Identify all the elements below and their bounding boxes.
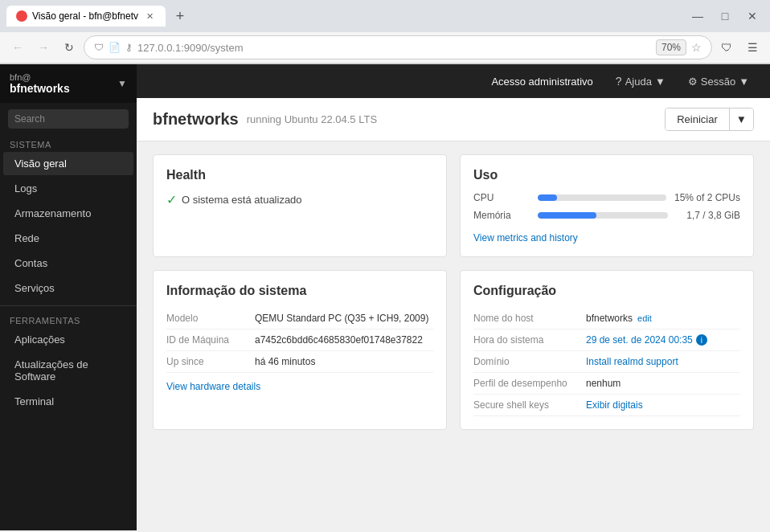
sidebar-item-servicos[interactable]: Serviços [3,276,133,300]
minimize-button[interactable]: — [686,5,709,27]
sidebar-item-armazenamento[interactable]: Armazenamento [3,202,133,225]
memoria-bar [538,212,596,219]
admin-access-button[interactable]: Acesso administrativo [483,71,600,92]
config-value-profile: nenhum [586,378,621,389]
sidebar-item-terminal[interactable]: Terminal [3,390,133,413]
config-value-domain[interactable]: Install realmd support [586,356,678,367]
browser-tab[interactable]: Visão geral - bfn@bfnetv ✕ [6,6,166,27]
config-value-hostname: bfnetworks [586,313,633,324]
sidebar-username: bfn@ [10,72,70,82]
browser-titlebar: Visão geral - bfn@bfnetv ✕ + — □ ✕ [0,0,770,32]
info-value-id: a7452c6bdd6c4685830ef01748e37822 [255,334,433,346]
health-card-title: Health [166,168,433,182]
key-icon: ⚷ [125,42,133,53]
config-card-title: Configuração [473,284,740,298]
config-value-time[interactable]: 29 de set. de 2024 00:35 [586,334,693,346]
topbar: Acesso administrativo ? Ajuda ▼ ⚙ Sessão… [137,64,770,98]
config-row-domain: Domínio Install realmd support [473,351,740,373]
sidebar-search [0,103,137,135]
info-row-modelo: Modelo QEMU Standard PC (Q35 + ICH9, 200… [166,308,433,329]
info-value-uptime: há 46 minutos [255,356,433,367]
gear-icon: ⚙ [688,76,698,88]
sidebar-logo[interactable]: bfn@ bfnetworks ▼ [0,64,137,103]
config-row-profile: Perfil de desempenho nenhum [473,373,740,395]
forward-button[interactable]: → [32,36,55,59]
page-header: bfnetworks running Ubuntu 22.04.5 LTS Re… [137,98,770,141]
cpu-row: CPU 15% of 2 CPUs [473,192,740,203]
session-button[interactable]: ⚙ Sessão ▼ [680,71,757,92]
config-label-time: Hora do sistema [473,334,586,346]
shield-nav-button[interactable]: 🛡 [715,36,738,59]
config-label-ssh: Secure shell keys [473,399,586,411]
cards-row-1: Health ✓ O sistema está atualizado Uso C… [153,154,754,257]
restart-dropdown-button[interactable]: ▼ [729,108,753,130]
sidebar-item-atualizacoes[interactable]: Atualizações de Software [3,353,133,388]
config-row-time: Hora do sistema 29 de set. de 2024 00:35… [473,329,740,351]
cpu-label: CPU [473,192,530,203]
session-chevron-icon: ▼ [739,76,749,88]
config-row-ssh: Secure shell keys Exibir digitais [473,395,740,416]
search-input[interactable] [8,109,129,129]
health-status: ✓ O sistema está atualizado [166,192,433,207]
menu-button[interactable]: ☰ [741,36,764,59]
url-display: 127.0.0.1:9090/system [137,42,244,54]
tab-favicon [16,10,27,22]
maximize-button[interactable]: □ [714,5,736,27]
shield-icon: 🛡 [94,42,104,53]
zoom-badge[interactable]: 70% [656,39,686,55]
address-text: 127.0.0.1:9090/system [137,42,651,54]
info-value-modelo: QEMU Standard PC (Q35 + ICH9, 2009) [255,313,433,324]
config-label-domain: Domínio [473,356,586,367]
reload-button[interactable]: ↻ [58,36,80,59]
address-bar[interactable]: 🛡 📄 ⚷ 127.0.0.1:9090/system 70% ☆ [84,35,712,59]
bookmark-icon[interactable]: ☆ [691,41,702,54]
config-label-hostname: Nome do host [473,313,586,324]
sidebar-item-contas[interactable]: Contas [3,252,133,275]
memoria-label: Memória [473,210,530,221]
info-label-uptime: Up since [166,356,255,367]
back-button[interactable]: ← [6,36,29,59]
app: bfn@ bfnetworks ▼ Sistema Visão geral Lo… [0,64,770,530]
config-card: Configuração Nome do host bfnetworks edi… [460,270,754,430]
sidebar-org: bfnetworks [10,82,70,95]
sidebar-item-visao-geral[interactable]: Visão geral [3,152,133,175]
sidebar: bfn@ bfnetworks ▼ Sistema Visão geral Lo… [0,64,137,530]
main: Acesso administrativo ? Ajuda ▼ ⚙ Sessão… [137,64,770,530]
browser-nav: ← → ↻ 🛡 📄 ⚷ 127.0.0.1:9090/system 70% ☆ … [0,32,770,63]
new-tab-button[interactable]: + [169,5,191,27]
health-card: Health ✓ O sistema está atualizado [153,154,447,257]
info-label-modelo: Modelo [166,313,255,324]
tab-close-button[interactable]: ✕ [143,10,156,23]
restart-button-group: Reiniciar ▼ [665,108,754,131]
sidebar-item-aplicacoes[interactable]: Aplicações [3,328,133,351]
restart-button[interactable]: Reiniciar [666,108,729,130]
sidebar-logo-text: bfn@ bfnetworks [10,72,70,95]
cpu-bar-container [538,194,666,201]
help-button[interactable]: ? Ajuda ▼ [608,70,674,92]
page-title-area: bfnetworks running Ubuntu 22.04.5 LTS [153,110,377,129]
view-hardware-link[interactable]: View hardware details [166,381,260,392]
health-check-icon: ✓ [166,192,177,207]
info-label-id: ID de Máquina [166,334,255,346]
config-label-profile: Perfil de desempenho [473,378,586,389]
hostname-edit-link[interactable]: edit [637,313,652,323]
health-status-text: O sistema está atualizado [182,194,302,206]
info-row-uptime: Up since há 46 minutos [166,351,433,373]
page-content: Health ✓ O sistema está atualizado Uso C… [137,141,770,530]
sidebar-item-logs[interactable]: Logs [3,177,133,200]
memoria-value: 1,7 / 3,8 GiB [676,210,740,221]
system-info-card: Informação do sistema Modelo QEMU Standa… [153,270,447,430]
time-info-icon[interactable]: i [696,334,707,346]
sidebar-section-sistema: Sistema [0,135,137,151]
cpu-value: 15% of 2 CPUs [674,192,740,203]
page-subtitle: running Ubuntu 22.04.5 LTS [247,113,377,125]
tab-title: Visão geral - bfn@bfnetv [32,10,138,22]
view-metrics-link[interactable]: View metrics and history [473,232,578,243]
cpu-bar [538,194,557,201]
browser-chrome: Visão geral - bfn@bfnetv ✕ + — □ ✕ ← → ↻… [0,0,770,64]
sidebar-item-rede[interactable]: Rede [3,227,133,250]
help-icon: ? [616,75,622,88]
browser-nav-icons: 🛡 ☰ [715,36,764,59]
close-window-button[interactable]: ✕ [741,5,764,27]
config-value-ssh[interactable]: Exibir digitais [586,399,643,411]
